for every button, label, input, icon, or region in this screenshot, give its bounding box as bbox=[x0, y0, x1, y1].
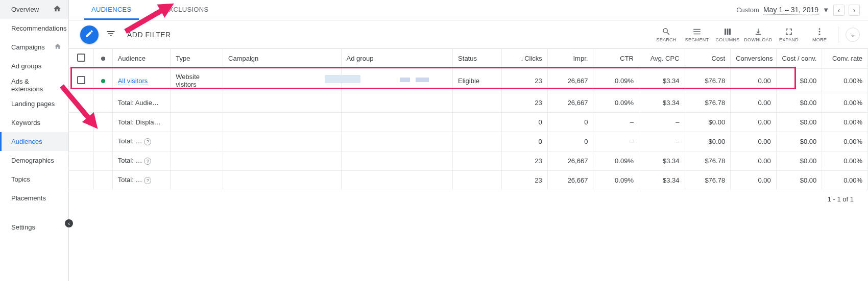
total-label: Total: …? bbox=[112, 151, 171, 170]
download-button[interactable]: DOWNLOAD bbox=[743, 27, 774, 42]
total-row: Total: Audie… 23 26,667 0.09% $3.34 $76.… bbox=[69, 93, 868, 112]
cell-conv: 0.00 bbox=[731, 132, 777, 151]
help-icon[interactable]: ? bbox=[144, 158, 151, 165]
sidebar-item-label: Demographics bbox=[11, 157, 54, 164]
sidebar: Overview Recommendations Campaigns Ad gr… bbox=[0, 0, 69, 281]
col-status[interactable]: Status bbox=[453, 49, 502, 68]
cell-cpconv: $0.00 bbox=[776, 112, 822, 132]
columns-button[interactable]: COLUMNS bbox=[712, 27, 743, 42]
sidebar-item-label: Ad groups bbox=[11, 62, 41, 70]
filter-icon[interactable] bbox=[106, 29, 116, 40]
sidebar-item-audiences[interactable]: Audiences bbox=[0, 132, 68, 151]
tool-label: EXPAND bbox=[779, 37, 799, 42]
cell-clicks: 23 bbox=[502, 151, 548, 170]
sidebar-item-label: Landing pages bbox=[11, 100, 55, 108]
cell-cost: $76.78 bbox=[685, 151, 731, 170]
cell-type: Website visitors bbox=[171, 68, 223, 93]
sidebar-item-topics[interactable]: Topics bbox=[0, 170, 68, 189]
date-range-picker[interactable]: Custom May 1 – 31, 2019 ▼ ‹ › bbox=[736, 5, 860, 16]
cell-audience: All visitors bbox=[112, 68, 171, 93]
sidebar-item-campaigns[interactable]: Campaigns bbox=[0, 38, 68, 57]
total-label: Total: Displa… bbox=[112, 112, 171, 132]
col-conversions[interactable]: Conversions bbox=[731, 49, 777, 68]
help-icon[interactable]: ? bbox=[144, 138, 151, 145]
table-header-row: Audience Type Campaign Ad group Status ↓… bbox=[69, 49, 868, 68]
sidebar-item-landing-pages[interactable]: Landing pages bbox=[0, 94, 68, 113]
audience-link[interactable]: All visitors bbox=[118, 77, 148, 85]
total-row: Total: …? 0 0 – – $0.00 0.00 $0.00 0.00% bbox=[69, 132, 868, 151]
edit-button[interactable] bbox=[80, 25, 99, 44]
segment-button[interactable]: SEGMENT bbox=[682, 27, 712, 42]
row-checkbox[interactable] bbox=[69, 68, 93, 93]
sidebar-item-recommendations[interactable]: Recommendations bbox=[0, 19, 68, 38]
expand-button[interactable]: EXPAND bbox=[774, 27, 804, 42]
add-filter-button[interactable]: ADD FILTER bbox=[127, 31, 171, 39]
date-next-button[interactable]: › bbox=[849, 5, 860, 16]
sidebar-item-label: Audiences bbox=[11, 138, 42, 145]
col-avg-cpc[interactable]: Avg. CPC bbox=[639, 49, 685, 68]
more-button[interactable]: MORE bbox=[804, 27, 835, 42]
cell-cpconv: $0.00 bbox=[776, 93, 822, 112]
date-range-mode: Custom bbox=[736, 6, 759, 14]
sidebar-item-ad-groups[interactable]: Ad groups bbox=[0, 57, 68, 75]
col-campaign[interactable]: Campaign bbox=[223, 49, 342, 68]
cell-cpc: $3.34 bbox=[639, 170, 685, 190]
help-icon[interactable]: ? bbox=[144, 177, 151, 184]
sidebar-item-ads-extensions[interactable]: Ads & extensions bbox=[0, 75, 68, 94]
date-prev-button[interactable]: ‹ bbox=[833, 5, 845, 16]
collapse-sidebar-button[interactable]: ‹ bbox=[65, 219, 73, 227]
sidebar-item-label: Keywords bbox=[11, 119, 40, 126]
col-clicks[interactable]: ↓Clicks bbox=[502, 49, 548, 68]
col-type[interactable]: Type bbox=[171, 49, 223, 68]
cell-cost: $76.78 bbox=[685, 93, 731, 112]
table-row[interactable]: All visitors Website visitors Eligible 2… bbox=[69, 68, 868, 93]
search-button[interactable]: SEARCH bbox=[651, 27, 682, 42]
total-label: Total: …? bbox=[112, 170, 171, 190]
cell-cpconv: $0.00 bbox=[776, 132, 822, 151]
expand-chart-button[interactable]: ⌄ bbox=[846, 28, 860, 42]
sidebar-item-settings[interactable]: Settings bbox=[0, 218, 68, 237]
cell-impr: 26,667 bbox=[547, 68, 593, 93]
cell-ctr: 0.09% bbox=[593, 68, 639, 93]
tab-audiences[interactable]: AUDIENCES bbox=[84, 0, 139, 20]
tool-label: SEGMENT bbox=[685, 37, 709, 42]
col-ctr[interactable]: CTR bbox=[593, 49, 639, 68]
pencil-icon bbox=[85, 29, 94, 40]
col-impr[interactable]: Impr. bbox=[547, 49, 593, 68]
select-all-cell[interactable] bbox=[69, 49, 93, 68]
tab-bar: AUDIENCES EXCLUSIONS Custom May 1 – 31, … bbox=[69, 0, 868, 20]
col-cost[interactable]: Cost bbox=[685, 49, 731, 68]
checkbox-icon bbox=[77, 54, 85, 62]
tab-label: EXCLUSIONS bbox=[164, 6, 209, 13]
chevron-left-icon: ‹ bbox=[68, 220, 70, 226]
cell-cost: $76.78 bbox=[685, 170, 731, 190]
col-cost-conv[interactable]: Cost / conv. bbox=[776, 49, 822, 68]
download-icon bbox=[754, 27, 763, 36]
cell-ctr: – bbox=[593, 132, 639, 151]
search-icon bbox=[662, 27, 671, 36]
col-conv-rate[interactable]: Conv. rate bbox=[822, 49, 868, 68]
main: AUDIENCES EXCLUSIONS Custom May 1 – 31, … bbox=[69, 0, 868, 281]
cell-cpconv: $0.00 bbox=[776, 151, 822, 170]
cell-cpc: $3.34 bbox=[639, 93, 685, 112]
status-header[interactable] bbox=[93, 49, 112, 68]
sidebar-item-placements[interactable]: Placements bbox=[0, 189, 68, 208]
date-range-value: May 1 – 31, 2019 bbox=[763, 6, 818, 15]
sidebar-item-demographics[interactable]: Demographics bbox=[0, 151, 68, 170]
expand-icon bbox=[784, 27, 793, 36]
cell-cost: $0.00 bbox=[685, 132, 731, 151]
sidebar-item-keywords[interactable]: Keywords bbox=[0, 113, 68, 132]
cell-campaign bbox=[223, 68, 342, 93]
col-ad-group[interactable]: Ad group bbox=[341, 49, 453, 68]
cell-conv: 0.00 bbox=[731, 68, 777, 93]
sidebar-item-label: Overview bbox=[11, 6, 39, 13]
tab-exclusions[interactable]: EXCLUSIONS bbox=[157, 0, 216, 20]
sidebar-item-overview[interactable]: Overview bbox=[0, 0, 68, 19]
chevron-down-icon: ⌄ bbox=[850, 31, 856, 38]
more-icon bbox=[815, 27, 824, 36]
col-audience[interactable]: Audience bbox=[112, 49, 171, 68]
total-row: Total: …? 23 26,667 0.09% $3.34 $76.78 0… bbox=[69, 151, 868, 170]
cell-impr: 0 bbox=[547, 112, 593, 132]
tool-label: SEARCH bbox=[656, 37, 676, 42]
cell-clicks: 0 bbox=[502, 112, 548, 132]
